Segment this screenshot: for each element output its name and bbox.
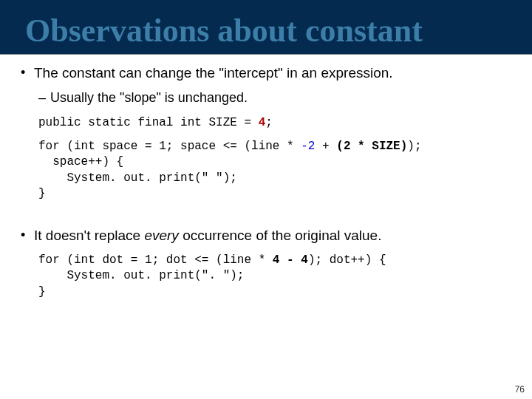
slide-body: The constant can change the "intercept" … [18, 64, 514, 304]
code-block-2: for (int space = 1; space <= (line * -2 … [38, 139, 514, 202]
slide-title: Observations about constant [25, 12, 423, 50]
bullet-2-a: It doesn't replace [34, 228, 144, 243]
code-3-l1a: for (int dot = 1; dot <= (line * [38, 253, 273, 267]
code-2-l3: System. out. print(" "); [38, 171, 237, 185]
code-2-l1a: for (int space = 1; space <= (line * [38, 140, 301, 153]
bullet-2: It doesn't replace every occurrence of t… [18, 226, 514, 245]
code-3-l2: System. out. print(". "); [38, 269, 244, 282]
code-2-l4: } [38, 187, 46, 200]
code-1-l1a: public static final int SIZE = [38, 116, 259, 129]
code-block-3: for (int dot = 1; dot <= (line * 4 - 4);… [38, 253, 514, 301]
code-block-1: public static final int SIZE = 4; [38, 115, 514, 132]
code-2-l1e: ); [407, 140, 421, 153]
code-2-l1d: (2 * SIZE) [336, 140, 407, 153]
subbullet-1: Usually the "slope" is unchanged. [18, 89, 514, 106]
page-number: 76 [515, 384, 525, 395]
subbullet-1-text: Usually the "slope" is unchanged. [50, 90, 248, 105]
bullet-1-text: The constant can change the "intercept" … [34, 65, 393, 81]
code-1-l1c: ; [265, 116, 273, 129]
bullet-1: The constant can change the "intercept" … [18, 64, 514, 83]
code-3-l3: } [38, 285, 46, 299]
code-3-l1c: ); dot++) { [308, 253, 386, 267]
code-2-l2: space++) { [38, 155, 123, 168]
code-2-l1b: -2 [301, 140, 315, 153]
bullet-2-c: occurrence of the original value. [179, 228, 382, 243]
code-1-l1b: 4 [259, 116, 266, 129]
code-3-l1b: 4 - 4 [273, 253, 308, 267]
bullet-2-b: every [144, 228, 178, 243]
code-2-l1c: + [315, 140, 336, 153]
